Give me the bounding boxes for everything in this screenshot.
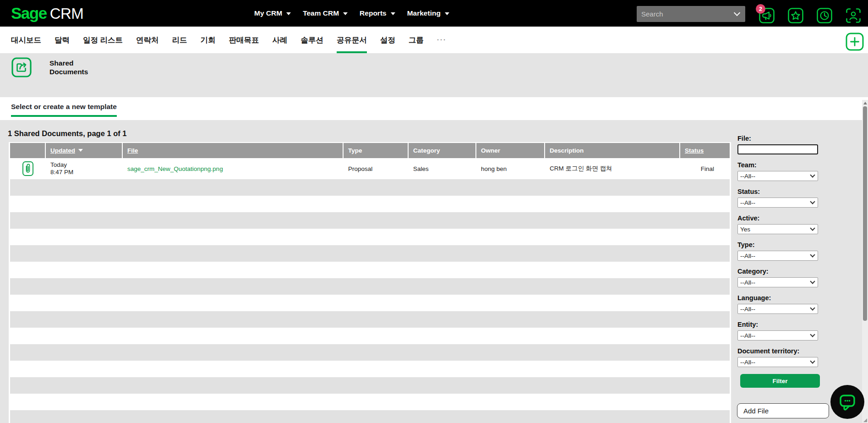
column-header-category[interactable]: Category — [409, 143, 476, 158]
tab-more[interactable]: ··· — [431, 27, 453, 53]
recent-button[interactable] — [816, 7, 833, 24]
attachment-cell — [10, 158, 46, 179]
page-title: Shared Documents — [49, 59, 88, 76]
add-file-button[interactable]: Add File — [737, 403, 829, 418]
empty-grid-rows — [10, 179, 730, 423]
shared-documents-grid: Updated File Type Category Owner Descrip… — [9, 142, 731, 423]
filter-panel: File: Team: --All-- Status: --All-- Acti… — [737, 135, 819, 418]
search-input[interactable] — [637, 10, 735, 18]
category-cell: Sales — [409, 158, 476, 179]
tab-cases[interactable]: 사례 — [266, 27, 294, 53]
page-header: Shared Documents — [0, 53, 868, 97]
owner-cell: hong ben — [476, 158, 545, 179]
file-cell: sage_crm_New_Quotationpng.png — [123, 158, 344, 179]
entity-filter: --All-- — [737, 330, 818, 341]
language-filter-label: Language: — [737, 294, 819, 302]
active-filter-select[interactable]: Yes — [737, 224, 818, 234]
tab-dashboard[interactable]: 대시보드 — [11, 27, 48, 53]
nav-marketing[interactable]: Marketing — [407, 9, 449, 17]
sort-desc-icon — [78, 149, 83, 152]
vertical-scrollbar[interactable] — [862, 100, 868, 423]
scrollbar-thumb[interactable] — [863, 106, 867, 321]
tab-leads[interactable]: 리드 — [165, 27, 194, 53]
notification-badge: 2 — [756, 4, 765, 14]
paperclip-icon[interactable] — [22, 161, 34, 176]
column-header-owner[interactable]: Owner — [476, 143, 545, 158]
tab-contacts[interactable]: 연락처 — [130, 27, 166, 53]
entity-filter-select[interactable]: --All-- — [737, 330, 818, 341]
file-link[interactable]: sage_crm_New_Quotationpng.png — [127, 165, 223, 172]
page-title-line2: Documents — [49, 67, 88, 76]
nav-team-crm[interactable]: Team CRM — [303, 9, 348, 17]
chevron-down-icon — [343, 12, 348, 15]
table-row: Today 8:47 PM sage_crm_New_Quotationpng.… — [10, 158, 730, 179]
type-filter-select[interactable]: --All-- — [737, 251, 818, 261]
nav-team-crm-label: Team CRM — [303, 9, 339, 17]
content-area: 1 Shared Documents, page 1 of 1 Updated … — [0, 120, 868, 423]
nav-reports[interactable]: Reports — [360, 9, 395, 17]
star-icon — [787, 7, 804, 24]
entity-filter-label: Entity: — [737, 321, 819, 328]
tab-calendar-list[interactable]: 일정 리스트 — [76, 27, 130, 53]
add-tab-button[interactable] — [845, 32, 864, 51]
column-header-updated[interactable]: Updated — [46, 143, 123, 158]
tab-groups[interactable]: 그룹 — [402, 27, 431, 53]
search-box[interactable] — [637, 6, 745, 22]
favorites-button[interactable] — [787, 7, 804, 24]
sage-crm-logo[interactable]: Sage CRM — [11, 4, 83, 22]
logo-sage-text: Sage — [11, 4, 47, 22]
document-territory-filter-select[interactable]: --All-- — [737, 357, 818, 367]
type-cell: Proposal — [344, 158, 409, 179]
tab-shared-documents[interactable]: 공유문서 — [330, 27, 374, 53]
tab-opportunities[interactable]: 기회 — [194, 27, 222, 53]
profile-button[interactable] — [845, 7, 862, 24]
updated-cell: Today 8:47 PM — [46, 158, 123, 179]
tab-solutions[interactable]: 솔루션 — [294, 27, 330, 53]
file-filter-input[interactable] — [737, 144, 818, 154]
chevron-down-icon — [445, 12, 449, 15]
chat-bubble-icon — [837, 391, 858, 412]
status-filter-select[interactable]: --All-- — [737, 198, 818, 208]
status-filter: --All-- — [737, 198, 818, 208]
logo-crm-text: CRM — [50, 5, 84, 22]
scroll-up-arrow-icon[interactable] — [863, 102, 867, 104]
main-tab-bar: 대시보드 달력 일정 리스트 연락처 리드 기회 판매목표 사례 솔루션 공유문… — [0, 27, 868, 53]
team-filter-select[interactable]: --All-- — [737, 171, 818, 181]
category-filter-label: Category: — [737, 268, 819, 275]
column-header-icon — [10, 143, 46, 158]
tab-settings[interactable]: 설정 — [374, 27, 402, 53]
filter-button[interactable]: Filter — [740, 374, 820, 388]
active-filter: Yes — [737, 224, 818, 234]
description-cell: CRM 로그인 화면 캡쳐 — [545, 158, 680, 179]
language-filter-select[interactable]: --All-- — [737, 304, 818, 314]
chat-assistant-button[interactable] — [830, 385, 864, 419]
page-title-line1: Shared — [49, 59, 88, 67]
column-header-description[interactable]: Description — [545, 143, 680, 158]
column-header-status[interactable]: Status — [680, 143, 730, 158]
tab-forecasts[interactable]: 판매목표 — [222, 27, 266, 53]
status-cell: Final — [680, 158, 730, 179]
column-header-type[interactable]: Type — [344, 143, 409, 158]
active-filter-label: Active: — [737, 214, 819, 222]
tab-calendar[interactable]: 달력 — [48, 27, 76, 53]
top-bar: Sage CRM My CRM Team CRM Reports Marketi… — [0, 0, 868, 27]
clock-icon — [816, 7, 833, 24]
type-filter: --All-- — [737, 251, 818, 261]
announcements-button[interactable]: 2 — [759, 7, 775, 24]
template-band: Select or create a new template — [0, 97, 868, 120]
search-dropdown-chevron-icon[interactable] — [734, 10, 740, 16]
team-filter: --All-- — [737, 171, 818, 181]
plus-icon — [845, 32, 864, 51]
grid-summary: 1 Shared Documents, page 1 of 1 — [8, 129, 127, 138]
column-header-file[interactable]: File — [123, 143, 344, 158]
nav-my-crm[interactable]: My CRM — [254, 9, 291, 17]
topbar-icon-group: 2 — [759, 7, 862, 24]
document-territory-filter-label: Document territory: — [737, 347, 819, 355]
tab-select-template[interactable]: Select or create a new template — [11, 103, 117, 117]
category-filter-select[interactable]: --All-- — [737, 277, 818, 287]
category-filter: --All-- — [737, 277, 818, 287]
file-filter-label: File: — [737, 135, 819, 142]
shared-documents-icon — [11, 57, 32, 78]
chevron-down-icon — [286, 12, 291, 15]
resize-corner — [863, 418, 867, 422]
